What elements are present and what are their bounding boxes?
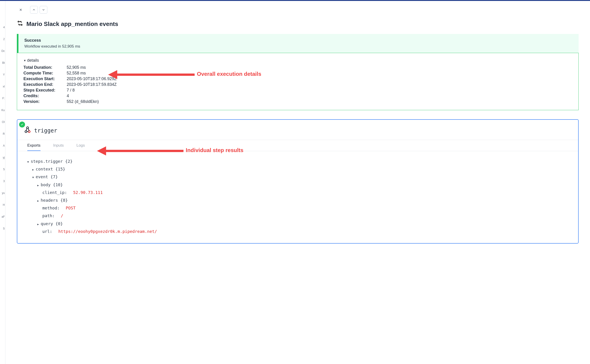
gutter-row: aF bbox=[0, 211, 5, 223]
gutter-row: 5 bbox=[0, 163, 5, 175]
details-key: Version: bbox=[23, 99, 67, 104]
success-check-icon bbox=[19, 122, 25, 128]
details-key: Compute Time: bbox=[23, 71, 67, 76]
step-tabs: Exports Inputs Logs bbox=[17, 140, 578, 151]
svg-point-1 bbox=[21, 24, 22, 26]
webhook-icon bbox=[24, 126, 31, 135]
details-toggle-label: details bbox=[27, 58, 39, 63]
success-label: Success bbox=[24, 38, 573, 43]
tree-node[interactable]: query {0} bbox=[37, 220, 568, 228]
gutter-row: 3 bbox=[0, 175, 5, 187]
details-key: Execution End: bbox=[23, 82, 67, 87]
chevron-down-icon: ▼ bbox=[23, 59, 26, 62]
tree-leaf: client_ip: 52.90.73.111 bbox=[42, 189, 568, 196]
tree-node[interactable]: context {15} bbox=[32, 165, 568, 173]
details-table: Total Duration:52,905 msCompute Time:52,… bbox=[23, 65, 572, 104]
tree-node[interactable]: body {10} bbox=[37, 181, 568, 189]
gutter-row: H bbox=[0, 199, 5, 211]
tree-leaf: path: / bbox=[42, 212, 568, 220]
details-value: 7 / 8 bbox=[67, 88, 572, 93]
success-subtext: Workflow executed in 52,905 ms bbox=[24, 44, 573, 49]
details-key: Steps Executed: bbox=[23, 88, 67, 93]
gutter-row: yu bbox=[0, 187, 5, 199]
success-banner: Success Workflow executed in 52,905 ms bbox=[17, 34, 579, 53]
gutter-row: Dc bbox=[0, 45, 5, 57]
close-icon[interactable] bbox=[17, 6, 25, 14]
main-panel: Mario Slack app_mention events Success W… bbox=[6, 1, 590, 364]
gutter-row: F: bbox=[0, 92, 5, 104]
trigger-step-box: trigger Exports Inputs Logs Individual s… bbox=[17, 119, 579, 244]
details-value: 52,905 ms bbox=[67, 65, 572, 70]
gutter-row: R bbox=[0, 128, 5, 140]
details-key: Execution Start: bbox=[23, 77, 67, 81]
details-value: 52,558 ms bbox=[67, 71, 572, 76]
tab-inputs[interactable]: Inputs bbox=[53, 143, 64, 151]
tab-logs[interactable]: Logs bbox=[77, 143, 85, 151]
details-key: Total Duration: bbox=[23, 65, 67, 70]
details-value: 2023-05-10T18:17:06.929Z bbox=[67, 77, 572, 81]
exports-tree: steps.trigger {2} context {15} event {7}… bbox=[17, 151, 578, 243]
gutter-row: Bt bbox=[0, 57, 5, 69]
toolbar bbox=[17, 1, 579, 20]
gutter-row: Y bbox=[0, 69, 5, 81]
step-title: trigger bbox=[34, 128, 57, 134]
gutter-row: 4 bbox=[0, 21, 5, 33]
gutter-row: yj bbox=[0, 152, 5, 163]
page-title: Mario Slack app_mention events bbox=[26, 20, 118, 27]
tree-node[interactable]: event {7} bbox=[32, 173, 568, 181]
gutter-row: Ku bbox=[0, 104, 5, 116]
page-title-row: Mario Slack app_mention events bbox=[17, 20, 579, 28]
details-value: 4 bbox=[67, 94, 572, 98]
gutter-row: xl bbox=[0, 81, 5, 92]
gutter-row: OI bbox=[0, 116, 5, 128]
tree-leaf: method: POST bbox=[42, 204, 568, 212]
tree-node[interactable]: headers {8} bbox=[37, 196, 568, 204]
step-header[interactable]: trigger bbox=[17, 120, 578, 140]
workflow-icon bbox=[17, 20, 23, 28]
gutter-row: A bbox=[0, 140, 5, 152]
left-gutter: 42DcBtYxlF:KuOIRAyj53yuHaFS bbox=[0, 1, 6, 364]
gutter-row: 2 bbox=[0, 33, 5, 45]
svg-point-0 bbox=[18, 21, 19, 22]
details-box: ▼ details Total Duration:52,905 msComput… bbox=[17, 53, 579, 110]
tab-exports[interactable]: Exports bbox=[27, 143, 40, 151]
details-value: 2023-05-10T18:17:59.834Z bbox=[67, 82, 572, 87]
next-button[interactable] bbox=[40, 6, 47, 14]
tree-node[interactable]: steps.trigger {2} bbox=[27, 157, 568, 165]
details-value: 552 (d_68sldEkn) bbox=[67, 99, 572, 104]
details-toggle[interactable]: ▼ details bbox=[23, 58, 572, 63]
prev-button[interactable] bbox=[30, 6, 38, 14]
details-key: Credits: bbox=[23, 94, 67, 98]
gutter-row: S bbox=[0, 223, 5, 234]
tree-leaf: url: https://eoohy0pgxezdr0k.m.pipedream… bbox=[42, 228, 568, 235]
